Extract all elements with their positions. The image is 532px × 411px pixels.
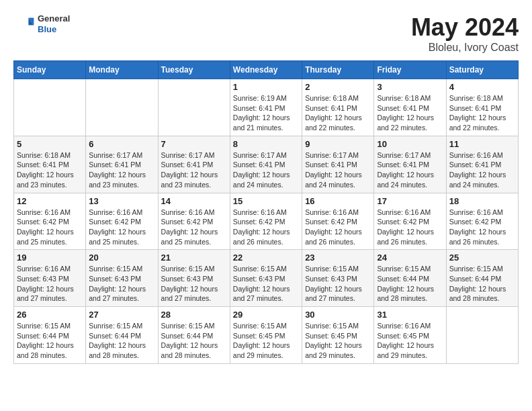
day-info: Sunrise: 6:18 AMSunset: 6:41 PMDaylight:…: [305, 93, 371, 133]
day-number: 26: [17, 310, 83, 320]
calendar-cell: [158, 79, 230, 136]
day-info: Sunrise: 6:18 AMSunset: 6:41 PMDaylight:…: [377, 93, 443, 133]
calendar-cell: [14, 79, 86, 136]
day-info: Sunrise: 6:15 AMSunset: 6:45 PMDaylight:…: [233, 321, 299, 361]
day-info: Sunrise: 6:17 AMSunset: 6:41 PMDaylight:…: [89, 150, 154, 190]
day-info: Sunrise: 6:15 AMSunset: 6:44 PMDaylight:…: [377, 264, 443, 304]
weekday-header-thursday: Thursday: [302, 61, 374, 79]
day-info: Sunrise: 6:15 AMSunset: 6:43 PMDaylight:…: [89, 264, 154, 304]
day-info: Sunrise: 6:16 AMSunset: 6:42 PMDaylight:…: [377, 208, 443, 247]
day-info: Sunrise: 6:16 AMSunset: 6:42 PMDaylight:…: [449, 208, 515, 247]
day-number: 27: [89, 310, 154, 320]
calendar-cell: 7Sunrise: 6:17 AMSunset: 6:41 PMDaylight…: [158, 136, 230, 193]
weekday-header-tuesday: Tuesday: [158, 61, 230, 79]
day-number: 7: [161, 139, 227, 149]
day-number: 31: [377, 310, 443, 320]
page-header: General Blue May 2024 Bloleu, Ivory Coas…: [13, 13, 519, 54]
day-number: 2: [305, 82, 371, 92]
calendar-cell: 16Sunrise: 6:16 AMSunset: 6:42 PMDayligh…: [302, 193, 374, 250]
calendar-cell: 13Sunrise: 6:16 AMSunset: 6:42 PMDayligh…: [86, 193, 158, 250]
day-info: Sunrise: 6:17 AMSunset: 6:41 PMDaylight:…: [305, 150, 371, 190]
day-number: 29: [233, 310, 299, 320]
weekday-header-saturday: Saturday: [446, 61, 518, 79]
calendar-cell: 4Sunrise: 6:18 AMSunset: 6:41 PMDaylight…: [446, 79, 518, 136]
day-number: 24: [377, 253, 443, 263]
week-row-2: 5Sunrise: 6:18 AMSunset: 6:41 PMDaylight…: [14, 136, 519, 193]
day-info: Sunrise: 6:16 AMSunset: 6:45 PMDaylight:…: [377, 321, 443, 361]
day-number: 9: [305, 139, 371, 149]
day-number: 18: [449, 196, 515, 206]
calendar-cell: 19Sunrise: 6:16 AMSunset: 6:43 PMDayligh…: [14, 250, 86, 307]
title-block: May 2024 Bloleu, Ivory Coast: [411, 13, 519, 54]
calendar-cell: 8Sunrise: 6:17 AMSunset: 6:41 PMDaylight…: [230, 136, 302, 193]
day-number: 14: [161, 196, 227, 206]
weekday-header-row: SundayMondayTuesdayWednesdayThursdayFrid…: [14, 61, 519, 79]
calendar-table: SundayMondayTuesdayWednesdayThursdayFrid…: [13, 60, 519, 364]
day-number: 21: [161, 253, 227, 263]
calendar-cell: 23Sunrise: 6:15 AMSunset: 6:43 PMDayligh…: [302, 250, 374, 307]
day-number: 28: [161, 310, 227, 320]
calendar-cell: 30Sunrise: 6:15 AMSunset: 6:45 PMDayligh…: [302, 307, 374, 364]
week-row-4: 19Sunrise: 6:16 AMSunset: 6:43 PMDayligh…: [14, 250, 519, 307]
day-info: Sunrise: 6:16 AMSunset: 6:42 PMDaylight:…: [17, 208, 83, 247]
day-info: Sunrise: 6:15 AMSunset: 6:43 PMDaylight:…: [233, 264, 299, 304]
day-number: 20: [89, 253, 154, 263]
calendar-cell: 12Sunrise: 6:16 AMSunset: 6:42 PMDayligh…: [14, 193, 86, 250]
calendar-cell: 3Sunrise: 6:18 AMSunset: 6:41 PMDaylight…: [374, 79, 446, 136]
day-number: 25: [449, 253, 515, 263]
weekday-header-friday: Friday: [374, 61, 446, 79]
calendar-cell: 20Sunrise: 6:15 AMSunset: 6:43 PMDayligh…: [86, 250, 158, 307]
week-row-1: 1Sunrise: 6:19 AMSunset: 6:41 PMDaylight…: [14, 79, 519, 136]
day-info: Sunrise: 6:15 AMSunset: 6:44 PMDaylight:…: [161, 321, 227, 361]
calendar-cell: 1Sunrise: 6:19 AMSunset: 6:41 PMDaylight…: [230, 79, 302, 136]
day-number: 30: [305, 310, 371, 320]
calendar-cell: 9Sunrise: 6:17 AMSunset: 6:41 PMDaylight…: [302, 136, 374, 193]
calendar-cell: 27Sunrise: 6:15 AMSunset: 6:44 PMDayligh…: [86, 307, 158, 364]
day-number: 15: [233, 196, 299, 206]
calendar-cell: 5Sunrise: 6:18 AMSunset: 6:41 PMDaylight…: [14, 136, 86, 193]
weekday-header-monday: Monday: [86, 61, 158, 79]
day-number: 23: [305, 253, 371, 263]
day-info: Sunrise: 6:15 AMSunset: 6:43 PMDaylight:…: [305, 264, 371, 304]
day-number: 1: [233, 82, 299, 92]
day-info: Sunrise: 6:16 AMSunset: 6:41 PMDaylight:…: [449, 150, 515, 190]
calendar-cell: 24Sunrise: 6:15 AMSunset: 6:44 PMDayligh…: [374, 250, 446, 307]
day-number: 3: [377, 82, 443, 92]
day-info: Sunrise: 6:19 AMSunset: 6:41 PMDaylight:…: [233, 93, 299, 133]
logo-blue-text: Blue: [38, 24, 70, 35]
calendar-cell: 6Sunrise: 6:17 AMSunset: 6:41 PMDaylight…: [86, 136, 158, 193]
day-number: 13: [89, 196, 154, 206]
day-number: 10: [377, 139, 443, 149]
day-number: 17: [377, 196, 443, 206]
day-info: Sunrise: 6:16 AMSunset: 6:42 PMDaylight:…: [305, 208, 371, 247]
calendar-cell: 10Sunrise: 6:17 AMSunset: 6:41 PMDayligh…: [374, 136, 446, 193]
day-info: Sunrise: 6:15 AMSunset: 6:45 PMDaylight:…: [305, 321, 371, 361]
day-info: Sunrise: 6:15 AMSunset: 6:43 PMDaylight:…: [161, 264, 227, 304]
day-info: Sunrise: 6:17 AMSunset: 6:41 PMDaylight:…: [377, 150, 443, 190]
calendar-cell: 11Sunrise: 6:16 AMSunset: 6:41 PMDayligh…: [446, 136, 518, 193]
day-info: Sunrise: 6:17 AMSunset: 6:41 PMDaylight:…: [161, 150, 227, 190]
calendar-cell: 28Sunrise: 6:15 AMSunset: 6:44 PMDayligh…: [158, 307, 230, 364]
day-number: 11: [449, 139, 515, 149]
calendar-cell: 17Sunrise: 6:16 AMSunset: 6:42 PMDayligh…: [374, 193, 446, 250]
day-number: 8: [233, 139, 299, 149]
calendar-cell: 18Sunrise: 6:16 AMSunset: 6:42 PMDayligh…: [446, 193, 518, 250]
calendar-cell: [446, 307, 518, 364]
calendar-cell: 2Sunrise: 6:18 AMSunset: 6:41 PMDaylight…: [302, 79, 374, 136]
day-info: Sunrise: 6:16 AMSunset: 6:42 PMDaylight:…: [161, 208, 227, 247]
day-info: Sunrise: 6:15 AMSunset: 6:44 PMDaylight:…: [449, 264, 515, 304]
week-row-3: 12Sunrise: 6:16 AMSunset: 6:42 PMDayligh…: [14, 193, 519, 250]
calendar-cell: 22Sunrise: 6:15 AMSunset: 6:43 PMDayligh…: [230, 250, 302, 307]
day-info: Sunrise: 6:15 AMSunset: 6:44 PMDaylight:…: [17, 321, 83, 361]
day-number: 4: [449, 82, 515, 92]
day-info: Sunrise: 6:16 AMSunset: 6:42 PMDaylight:…: [89, 208, 154, 247]
day-info: Sunrise: 6:16 AMSunset: 6:43 PMDaylight:…: [17, 264, 83, 304]
logo-icon: [13, 13, 35, 35]
day-info: Sunrise: 6:15 AMSunset: 6:44 PMDaylight:…: [89, 321, 154, 361]
calendar-cell: 31Sunrise: 6:16 AMSunset: 6:45 PMDayligh…: [374, 307, 446, 364]
day-info: Sunrise: 6:17 AMSunset: 6:41 PMDaylight:…: [233, 150, 299, 190]
day-info: Sunrise: 6:18 AMSunset: 6:41 PMDaylight:…: [17, 150, 83, 190]
calendar-cell: 21Sunrise: 6:15 AMSunset: 6:43 PMDayligh…: [158, 250, 230, 307]
calendar-cell: 14Sunrise: 6:16 AMSunset: 6:42 PMDayligh…: [158, 193, 230, 250]
calendar-location: Bloleu, Ivory Coast: [411, 42, 519, 54]
